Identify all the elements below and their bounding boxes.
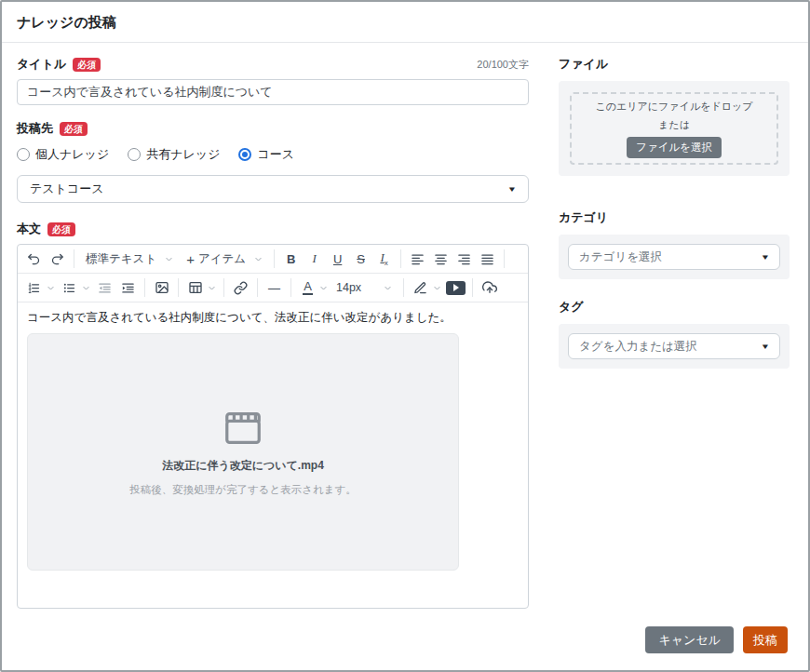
chevron-down-icon bbox=[384, 284, 392, 292]
plus-icon: + bbox=[186, 251, 195, 267]
bulleted-list-icon[interactable] bbox=[58, 276, 81, 300]
remove-format-icon[interactable]: Ix bbox=[372, 248, 396, 271]
radio-unselected-icon bbox=[17, 148, 30, 161]
toolbar-separator bbox=[403, 278, 404, 297]
underline-icon[interactable]: U bbox=[326, 248, 349, 271]
caret-down-icon: ▼ bbox=[507, 185, 517, 194]
category-select[interactable]: カテゴリを選択 ▼ bbox=[568, 244, 780, 270]
category-placeholder: カテゴリを選択 bbox=[579, 249, 662, 265]
font-size-select[interactable]: 14px bbox=[330, 276, 398, 300]
radio-label: コース bbox=[257, 146, 294, 163]
insert-table-icon[interactable] bbox=[183, 276, 207, 300]
tag-select[interactable]: タグを入力または選択 ▼ bbox=[568, 333, 780, 359]
char-counter: 20/100文字 bbox=[477, 58, 529, 72]
destination-label: 投稿先 bbox=[17, 120, 53, 137]
paragraph-style-select[interactable]: 標準テキスト bbox=[79, 248, 180, 271]
radio-label: 共有ナレッジ bbox=[146, 146, 220, 163]
toolbar-separator bbox=[178, 278, 179, 297]
video-placeholder[interactable]: 法改正に伴う改定について.mp4 投稿後、変換処理が完了すると表示されます。 bbox=[27, 333, 459, 571]
insert-item-select[interactable]: + アイテム bbox=[180, 248, 269, 271]
toolbar-separator bbox=[274, 249, 275, 268]
chevron-down-icon[interactable] bbox=[82, 284, 90, 292]
required-badge: 必須 bbox=[47, 222, 75, 236]
caret-down-icon: ▼ bbox=[761, 343, 770, 351]
align-center-icon[interactable] bbox=[429, 248, 452, 271]
toolbar-separator bbox=[472, 278, 473, 297]
required-badge: 必須 bbox=[60, 122, 88, 136]
upload-media-icon[interactable] bbox=[478, 276, 501, 300]
chevron-down-icon bbox=[254, 255, 263, 263]
insert-image-icon[interactable] bbox=[150, 276, 173, 300]
font-color-icon[interactable]: A bbox=[296, 276, 319, 300]
form-header: ナレッジの投稿 bbox=[2, 2, 808, 42]
video-filename: 法改正に伴う改定について.mp4 bbox=[162, 458, 324, 474]
horizontal-line-icon[interactable]: — bbox=[263, 276, 286, 300]
tag-panel: タグを入力または選択 ▼ bbox=[559, 324, 790, 369]
required-badge: 必須 bbox=[73, 58, 101, 72]
video-conversion-note: 投稿後、変換処理が完了すると表示されます。 bbox=[129, 482, 357, 498]
chevron-down-icon[interactable] bbox=[433, 284, 441, 292]
bold-icon[interactable]: B bbox=[279, 248, 303, 271]
embed-video-icon[interactable] bbox=[444, 276, 467, 300]
chevron-down-icon[interactable] bbox=[319, 284, 328, 292]
destination-field-header: 投稿先 必須 bbox=[17, 120, 529, 137]
tag-label: タグ bbox=[559, 299, 790, 316]
radio-course[interactable]: コース bbox=[238, 146, 294, 163]
numbered-list-icon[interactable] bbox=[22, 276, 46, 300]
destination-radio-group: 個人ナレッジ 共有ナレッジ コース bbox=[17, 146, 529, 163]
toolbar-separator bbox=[223, 278, 224, 297]
chevron-down-icon[interactable] bbox=[208, 284, 216, 292]
drop-zone-or-text: または bbox=[658, 118, 690, 132]
undo-icon[interactable] bbox=[22, 248, 46, 271]
page-title: ナレッジの投稿 bbox=[17, 14, 793, 32]
radio-unselected-icon bbox=[128, 148, 141, 161]
left-column: タイトル 必須 20/100文字 投稿先 必須 個人ナレッジ 共有ナレッジ bbox=[17, 56, 529, 609]
radio-label: 個人ナレッジ bbox=[35, 146, 109, 163]
link-icon[interactable] bbox=[229, 276, 252, 300]
toolbar-separator bbox=[504, 249, 505, 268]
radio-selected-icon bbox=[238, 148, 251, 161]
tag-placeholder: タグを入力または選択 bbox=[579, 339, 697, 355]
category-label: カテゴリ bbox=[559, 209, 790, 226]
editor-toolbar-row1: 標準テキスト + アイテム B I U S Ix bbox=[18, 245, 528, 274]
right-column: ファイル このエリアにファイルをドロップ または ファイルを選択 カテゴリ カテ… bbox=[559, 56, 790, 609]
file-drop-zone[interactable]: このエリアにファイルをドロップ または ファイルを選択 bbox=[570, 92, 778, 165]
align-right-icon[interactable] bbox=[452, 248, 476, 271]
title-field-header: タイトル 必須 20/100文字 bbox=[17, 56, 529, 73]
chevron-down-icon[interactable] bbox=[47, 284, 55, 292]
outdent-icon[interactable] bbox=[93, 276, 116, 300]
submit-button[interactable]: 投稿 bbox=[743, 626, 788, 653]
editor-content-area[interactable]: コース内で言及されている社内制度について、法改正に伴い改定がありました。 法改正… bbox=[18, 302, 528, 608]
rich-text-editor: 標準テキスト + アイテム B I U S Ix bbox=[17, 244, 529, 609]
editor-toolbar-row2: — A 14px bbox=[18, 274, 528, 302]
align-left-icon[interactable] bbox=[406, 248, 429, 271]
category-panel: カテゴリを選択 ▼ bbox=[559, 235, 790, 279]
indent-icon[interactable] bbox=[116, 276, 140, 300]
strikethrough-icon[interactable]: S bbox=[349, 248, 372, 271]
file-panel: このエリアにファイルをドロップ または ファイルを選択 bbox=[559, 81, 790, 176]
file-select-button[interactable]: ファイルを選択 bbox=[627, 137, 722, 158]
title-input[interactable] bbox=[17, 79, 529, 105]
redo-icon[interactable] bbox=[46, 248, 69, 271]
course-select-value: テストコース bbox=[30, 181, 104, 197]
body-field-header: 本文 必須 bbox=[17, 221, 529, 237]
radio-shared-knowledge[interactable]: 共有ナレッジ bbox=[128, 146, 220, 163]
drop-zone-text: このエリアにファイルをドロップ bbox=[596, 100, 753, 114]
file-label: ファイル bbox=[559, 56, 790, 73]
editor-paragraph: コース内で言及されている社内制度について、法改正に伴い改定がありました。 bbox=[27, 309, 519, 326]
title-label: タイトル bbox=[17, 56, 66, 73]
align-justify-icon[interactable] bbox=[476, 248, 499, 271]
toolbar-separator bbox=[257, 278, 258, 297]
chevron-down-icon bbox=[165, 255, 173, 263]
highlight-pen-icon[interactable] bbox=[409, 276, 432, 300]
form-body: タイトル 必須 20/100文字 投稿先 必須 個人ナレッジ 共有ナレッジ bbox=[2, 43, 808, 609]
italic-icon[interactable]: I bbox=[303, 248, 326, 271]
knowledge-post-form: ナレッジの投稿 タイトル 必須 20/100文字 投稿先 必須 個人ナレッジ bbox=[0, 0, 810, 672]
course-select[interactable]: テストコース ▼ bbox=[17, 175, 529, 203]
radio-personal-knowledge[interactable]: 個人ナレッジ bbox=[17, 146, 109, 163]
body-label: 本文 bbox=[17, 221, 41, 237]
toolbar-separator bbox=[400, 249, 401, 268]
clapperboard-icon bbox=[222, 407, 264, 450]
toolbar-separator bbox=[144, 278, 145, 297]
cancel-button[interactable]: キャンセル bbox=[645, 626, 734, 653]
